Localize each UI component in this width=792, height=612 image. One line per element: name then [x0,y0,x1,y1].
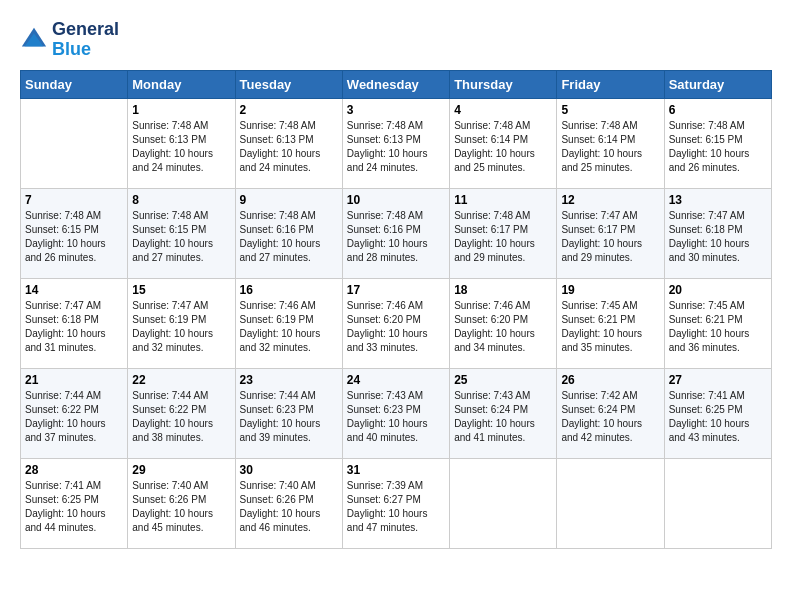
calendar-cell: 19Sunrise: 7:45 AMSunset: 6:21 PMDayligh… [557,278,664,368]
calendar-cell: 29Sunrise: 7:40 AMSunset: 6:26 PMDayligh… [128,458,235,548]
calendar-cell: 24Sunrise: 7:43 AMSunset: 6:23 PMDayligh… [342,368,449,458]
day-info: Sunrise: 7:46 AMSunset: 6:20 PMDaylight:… [347,299,445,355]
column-header-wednesday: Wednesday [342,70,449,98]
day-number: 24 [347,373,445,387]
day-info: Sunrise: 7:48 AMSunset: 6:15 PMDaylight:… [132,209,230,265]
calendar-cell: 12Sunrise: 7:47 AMSunset: 6:17 PMDayligh… [557,188,664,278]
day-number: 11 [454,193,552,207]
day-info: Sunrise: 7:48 AMSunset: 6:15 PMDaylight:… [669,119,767,175]
day-info: Sunrise: 7:48 AMSunset: 6:17 PMDaylight:… [454,209,552,265]
day-info: Sunrise: 7:45 AMSunset: 6:21 PMDaylight:… [561,299,659,355]
day-number: 26 [561,373,659,387]
calendar-cell: 21Sunrise: 7:44 AMSunset: 6:22 PMDayligh… [21,368,128,458]
day-number: 29 [132,463,230,477]
calendar-cell: 3Sunrise: 7:48 AMSunset: 6:13 PMDaylight… [342,98,449,188]
day-info: Sunrise: 7:48 AMSunset: 6:15 PMDaylight:… [25,209,123,265]
day-info: Sunrise: 7:43 AMSunset: 6:23 PMDaylight:… [347,389,445,445]
calendar-cell: 26Sunrise: 7:42 AMSunset: 6:24 PMDayligh… [557,368,664,458]
day-info: Sunrise: 7:44 AMSunset: 6:22 PMDaylight:… [132,389,230,445]
day-info: Sunrise: 7:46 AMSunset: 6:19 PMDaylight:… [240,299,338,355]
column-header-monday: Monday [128,70,235,98]
calendar-table: SundayMondayTuesdayWednesdayThursdayFrid… [20,70,772,549]
day-info: Sunrise: 7:42 AMSunset: 6:24 PMDaylight:… [561,389,659,445]
day-number: 8 [132,193,230,207]
day-number: 25 [454,373,552,387]
day-info: Sunrise: 7:48 AMSunset: 6:16 PMDaylight:… [240,209,338,265]
day-info: Sunrise: 7:45 AMSunset: 6:21 PMDaylight:… [669,299,767,355]
day-info: Sunrise: 7:40 AMSunset: 6:26 PMDaylight:… [240,479,338,535]
column-header-thursday: Thursday [450,70,557,98]
day-number: 14 [25,283,123,297]
calendar-cell: 23Sunrise: 7:44 AMSunset: 6:23 PMDayligh… [235,368,342,458]
day-info: Sunrise: 7:47 AMSunset: 6:18 PMDaylight:… [669,209,767,265]
calendar-cell: 4Sunrise: 7:48 AMSunset: 6:14 PMDaylight… [450,98,557,188]
calendar-cell: 2Sunrise: 7:48 AMSunset: 6:13 PMDaylight… [235,98,342,188]
column-header-friday: Friday [557,70,664,98]
calendar-cell: 10Sunrise: 7:48 AMSunset: 6:16 PMDayligh… [342,188,449,278]
day-number: 22 [132,373,230,387]
day-number: 1 [132,103,230,117]
calendar-cell: 18Sunrise: 7:46 AMSunset: 6:20 PMDayligh… [450,278,557,368]
day-info: Sunrise: 7:47 AMSunset: 6:19 PMDaylight:… [132,299,230,355]
day-info: Sunrise: 7:48 AMSunset: 6:14 PMDaylight:… [454,119,552,175]
day-info: Sunrise: 7:46 AMSunset: 6:20 PMDaylight:… [454,299,552,355]
day-number: 15 [132,283,230,297]
calendar-week-row: 7Sunrise: 7:48 AMSunset: 6:15 PMDaylight… [21,188,772,278]
calendar-cell: 5Sunrise: 7:48 AMSunset: 6:14 PMDaylight… [557,98,664,188]
calendar-header-row: SundayMondayTuesdayWednesdayThursdayFrid… [21,70,772,98]
calendar-week-row: 28Sunrise: 7:41 AMSunset: 6:25 PMDayligh… [21,458,772,548]
day-info: Sunrise: 7:48 AMSunset: 6:16 PMDaylight:… [347,209,445,265]
day-number: 31 [347,463,445,477]
calendar-cell: 22Sunrise: 7:44 AMSunset: 6:22 PMDayligh… [128,368,235,458]
calendar-cell [664,458,771,548]
page-header: General Blue [20,20,772,60]
day-info: Sunrise: 7:41 AMSunset: 6:25 PMDaylight:… [25,479,123,535]
day-number: 13 [669,193,767,207]
calendar-cell [21,98,128,188]
calendar-cell: 13Sunrise: 7:47 AMSunset: 6:18 PMDayligh… [664,188,771,278]
day-number: 19 [561,283,659,297]
day-number: 23 [240,373,338,387]
day-number: 6 [669,103,767,117]
day-info: Sunrise: 7:47 AMSunset: 6:17 PMDaylight:… [561,209,659,265]
day-number: 4 [454,103,552,117]
day-info: Sunrise: 7:41 AMSunset: 6:25 PMDaylight:… [669,389,767,445]
calendar-cell: 11Sunrise: 7:48 AMSunset: 6:17 PMDayligh… [450,188,557,278]
calendar-cell: 14Sunrise: 7:47 AMSunset: 6:18 PMDayligh… [21,278,128,368]
day-info: Sunrise: 7:48 AMSunset: 6:13 PMDaylight:… [132,119,230,175]
calendar-cell: 20Sunrise: 7:45 AMSunset: 6:21 PMDayligh… [664,278,771,368]
day-number: 7 [25,193,123,207]
calendar-week-row: 21Sunrise: 7:44 AMSunset: 6:22 PMDayligh… [21,368,772,458]
calendar-cell: 9Sunrise: 7:48 AMSunset: 6:16 PMDaylight… [235,188,342,278]
day-info: Sunrise: 7:43 AMSunset: 6:24 PMDaylight:… [454,389,552,445]
day-info: Sunrise: 7:39 AMSunset: 6:27 PMDaylight:… [347,479,445,535]
day-number: 30 [240,463,338,477]
day-number: 12 [561,193,659,207]
day-number: 28 [25,463,123,477]
calendar-cell [450,458,557,548]
day-info: Sunrise: 7:48 AMSunset: 6:13 PMDaylight:… [240,119,338,175]
day-number: 16 [240,283,338,297]
day-number: 17 [347,283,445,297]
day-info: Sunrise: 7:48 AMSunset: 6:14 PMDaylight:… [561,119,659,175]
day-info: Sunrise: 7:48 AMSunset: 6:13 PMDaylight:… [347,119,445,175]
calendar-cell: 15Sunrise: 7:47 AMSunset: 6:19 PMDayligh… [128,278,235,368]
logo-text: General Blue [52,20,119,60]
calendar-cell: 8Sunrise: 7:48 AMSunset: 6:15 PMDaylight… [128,188,235,278]
calendar-week-row: 14Sunrise: 7:47 AMSunset: 6:18 PMDayligh… [21,278,772,368]
calendar-cell: 30Sunrise: 7:40 AMSunset: 6:26 PMDayligh… [235,458,342,548]
calendar-cell: 16Sunrise: 7:46 AMSunset: 6:19 PMDayligh… [235,278,342,368]
day-number: 3 [347,103,445,117]
day-number: 27 [669,373,767,387]
calendar-cell [557,458,664,548]
calendar-cell: 25Sunrise: 7:43 AMSunset: 6:24 PMDayligh… [450,368,557,458]
day-number: 21 [25,373,123,387]
day-number: 18 [454,283,552,297]
day-number: 2 [240,103,338,117]
day-number: 5 [561,103,659,117]
day-info: Sunrise: 7:44 AMSunset: 6:22 PMDaylight:… [25,389,123,445]
calendar-cell: 6Sunrise: 7:48 AMSunset: 6:15 PMDaylight… [664,98,771,188]
column-header-saturday: Saturday [664,70,771,98]
calendar-cell: 28Sunrise: 7:41 AMSunset: 6:25 PMDayligh… [21,458,128,548]
day-number: 20 [669,283,767,297]
